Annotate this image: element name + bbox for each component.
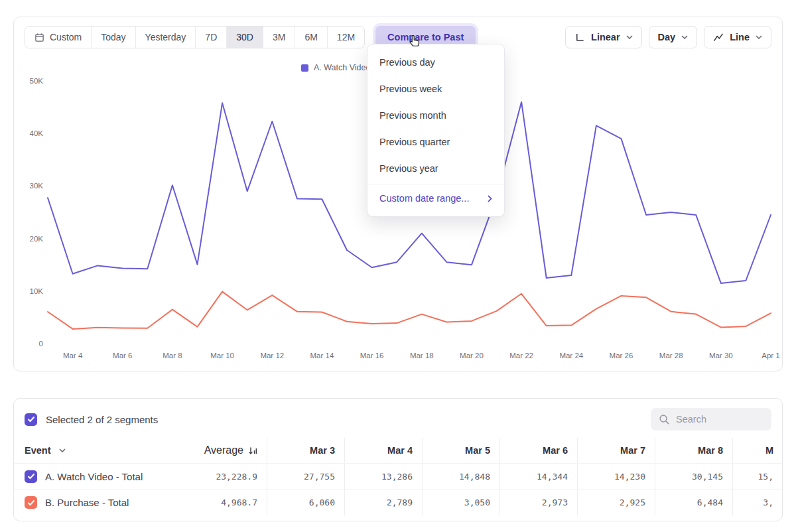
value-cell: 6,484	[655, 490, 732, 515]
column-header-label: Average	[204, 444, 243, 456]
column-header-date[interactable]: Mar 6	[499, 438, 577, 463]
value-cell: 6,060	[267, 490, 344, 515]
column-header-date[interactable]: Mar 5	[422, 438, 499, 463]
value-cell-clipped: 15,	[732, 464, 783, 489]
x-tick-label: Mar 14	[310, 352, 334, 360]
column-header-average[interactable]: Average	[190, 438, 267, 463]
check-icon	[27, 416, 35, 423]
legend-swatch-a	[301, 64, 308, 72]
table-row-watch-video: A. Watch Video - Total 23,228.9 27,755 1…	[14, 464, 782, 490]
x-tick-label: Mar 4	[63, 352, 83, 360]
chart-type-dropdown[interactable]: Line	[704, 26, 771, 48]
x-tick-label: Mar 6	[113, 352, 132, 360]
value-cell: 14,848	[422, 464, 499, 489]
range-button-label: 12M	[337, 32, 355, 42]
segment-label: B. Purchase - Total	[45, 497, 129, 508]
value-cell: 2,925	[577, 490, 655, 515]
table-row-purchase: B. Purchase - Total 4,968.7 6,060 2,789 …	[14, 490, 782, 515]
x-tick-label: Mar 26	[610, 352, 633, 360]
y-tick-label: 50K	[30, 77, 44, 85]
range-button-label: 3M	[273, 32, 285, 42]
search-icon	[659, 414, 670, 425]
row-label-cell[interactable]: B. Purchase - Total	[14, 496, 190, 509]
row-checkbox-a[interactable]	[25, 470, 37, 483]
y-tick-label: 40K	[30, 129, 44, 137]
check-icon	[27, 473, 35, 480]
search-box	[651, 408, 771, 431]
range-button-12m[interactable]: 12M	[328, 27, 364, 48]
chevron-down-icon	[681, 35, 688, 39]
table-header-row: Event Average Mar 3 Mar 4 Mar 5 Mar 6 Ma…	[14, 438, 782, 464]
segments-bar: Selected 2 of 2 segments	[14, 399, 782, 434]
menu-item-previous-year[interactable]: Previous year	[367, 155, 504, 182]
x-tick-label: Mar 12	[260, 352, 284, 360]
range-button-today[interactable]: Today	[92, 27, 135, 48]
range-button-yesterday[interactable]: Yesterday	[136, 27, 196, 48]
value-cell: 30,145	[655, 464, 732, 489]
select-all-checkbox[interactable]	[25, 413, 37, 426]
value-cell: 3,050	[422, 490, 499, 515]
selected-segments-text: Selected 2 of 2 segments	[46, 414, 158, 425]
range-button-30d[interactable]: 30D	[227, 27, 263, 48]
range-button-3m[interactable]: 3M	[263, 27, 295, 48]
x-tick-label: Mar 30	[709, 352, 733, 360]
interval-dropdown-label: Day	[658, 32, 676, 42]
column-header-date[interactable]: Mar 8	[655, 438, 732, 463]
x-tick-label: Mar 28	[659, 352, 683, 360]
value-cell: 2,789	[344, 490, 422, 515]
scale-dropdown-label: Linear	[591, 32, 620, 42]
menu-item-label: Custom date range...	[379, 193, 469, 204]
y-tick-label: 0	[39, 340, 43, 348]
row-label-cell[interactable]: A. Watch Video - Total	[14, 470, 190, 483]
chart-type-dropdown-label: Line	[730, 32, 750, 42]
menu-item-previous-week[interactable]: Previous week	[367, 76, 504, 102]
x-tick-label: Mar 16	[360, 352, 384, 360]
column-header-date[interactable]: Mar 7	[577, 438, 655, 463]
menu-item-custom-date-range[interactable]: Custom date range...	[367, 184, 504, 212]
range-button-custom[interactable]: Custom	[25, 27, 92, 48]
column-header-date[interactable]: Mar 3	[267, 438, 344, 463]
x-tick-label: Mar 22	[509, 352, 533, 360]
value-cell-clipped: 3,	[732, 490, 783, 515]
chart-options-group: Linear Day Line	[565, 26, 771, 48]
x-tick-label: Mar 10	[210, 352, 234, 360]
value-cell: 14,230	[577, 464, 655, 489]
range-button-label: Custom	[50, 32, 82, 42]
scale-dropdown[interactable]: Linear	[565, 26, 642, 48]
sort-descending-icon	[248, 446, 257, 455]
chevron-down-icon	[59, 448, 66, 452]
row-checkbox-b[interactable]	[25, 496, 37, 509]
segments-table: Event Average Mar 3 Mar 4 Mar 5 Mar 6 Ma…	[14, 438, 782, 515]
x-tick-label: Mar 8	[163, 352, 182, 360]
x-tick-label: Mar 18	[410, 352, 434, 360]
range-button-label: 7D	[205, 32, 217, 42]
date-range-group: Custom Today Yesterday 7D 30D 3M 6M 12M	[25, 26, 365, 48]
linear-axis-icon	[574, 33, 585, 42]
average-cell: 23,228.9	[190, 472, 267, 482]
chevron-down-icon	[756, 35, 762, 39]
value-cell: 27,755	[267, 464, 344, 489]
compare-to-past-menu: Previous day Previous week Previous mont…	[367, 44, 505, 217]
interval-dropdown[interactable]: Day	[649, 26, 698, 48]
menu-item-previous-day[interactable]: Previous day	[367, 49, 504, 76]
average-cell: 4,968.7	[190, 498, 267, 507]
x-tick-label: Mar 24	[559, 352, 583, 360]
search-input[interactable]	[676, 414, 763, 425]
column-header-date-clipped[interactable]: M	[732, 438, 783, 463]
column-header-date[interactable]: Mar 4	[344, 438, 422, 463]
range-button-6m[interactable]: 6M	[295, 27, 327, 48]
segment-label: A. Watch Video - Total	[45, 471, 143, 482]
column-header-event[interactable]: Event	[14, 445, 190, 456]
segments-card: Selected 2 of 2 segments Event Average	[13, 398, 783, 521]
menu-item-previous-month[interactable]: Previous month	[367, 102, 504, 129]
chevron-right-icon	[488, 195, 492, 202]
line-chart-icon	[713, 33, 724, 42]
range-button-label: 6M	[304, 32, 317, 42]
range-button-7d[interactable]: 7D	[196, 27, 227, 48]
x-tick-label: Apr 1	[762, 352, 780, 360]
chevron-down-icon	[626, 35, 633, 39]
menu-item-previous-quarter[interactable]: Previous quarter	[367, 129, 504, 155]
y-tick-label: 30K	[30, 182, 44, 190]
range-button-label: 30D	[236, 32, 253, 42]
y-tick-label: 10K	[30, 287, 44, 295]
